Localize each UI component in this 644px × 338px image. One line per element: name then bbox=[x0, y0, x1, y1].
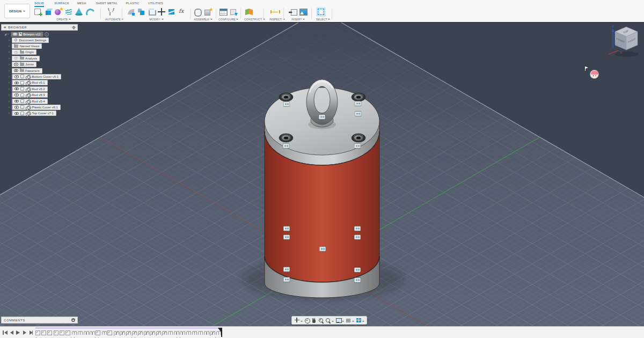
collaborator-avatar-icon[interactable] bbox=[590, 70, 598, 78]
browser-root-item[interactable]: Birleşim v12 bbox=[4, 31, 49, 37]
joint-indicator-badge[interactable] bbox=[283, 144, 289, 149]
timeline-feature-component[interactable] bbox=[54, 329, 58, 336]
visibility-eye-icon[interactable] bbox=[14, 75, 19, 78]
visibility-eye-icon[interactable] bbox=[14, 51, 18, 54]
socket-screw[interactable] bbox=[352, 93, 365, 101]
expander-icon[interactable] bbox=[9, 76, 10, 78]
joint-indicator-badge[interactable] bbox=[319, 247, 326, 252]
joint-indicator-badge[interactable] bbox=[283, 226, 290, 231]
expander-icon[interactable] bbox=[9, 106, 10, 108]
timeline-feature-component[interactable] bbox=[65, 329, 70, 336]
browser-item-named-views[interactable]: Named Views bbox=[9, 43, 42, 49]
visibility-eye-icon[interactable] bbox=[14, 87, 19, 91]
timeline-feature-asbuilt[interactable] bbox=[144, 329, 149, 336]
configuration-icon[interactable] bbox=[229, 7, 238, 17]
joint-indicator-badge[interactable] bbox=[354, 278, 361, 283]
view-cube[interactable]: TOP FRONT RIGHT Z X bbox=[608, 24, 643, 61]
timeline-feature-component[interactable] bbox=[47, 329, 52, 336]
fit-icon[interactable] bbox=[325, 317, 331, 324]
orbit-icon[interactable] bbox=[304, 317, 310, 324]
timeline-feature-asbuilt[interactable] bbox=[114, 329, 119, 336]
browser-item-document-settings[interactable]: Document Settings bbox=[9, 37, 49, 43]
browser-settings-gear-icon[interactable] bbox=[72, 26, 76, 30]
comments-expand-icon[interactable] bbox=[71, 318, 75, 322]
visibility-eye-icon[interactable] bbox=[14, 106, 19, 109]
joint-indicator-badge[interactable] bbox=[283, 235, 290, 240]
joint-indicator-badge[interactable] bbox=[283, 267, 290, 272]
tab-solid[interactable]: SOLID bbox=[34, 2, 44, 7]
workspace-switcher-button[interactable]: DESIGN bbox=[4, 4, 30, 18]
expander-icon[interactable] bbox=[7, 33, 10, 35]
timeline-feature-joint[interactable] bbox=[192, 329, 196, 336]
hand-icon[interactable] bbox=[311, 317, 317, 324]
sweep-icon[interactable] bbox=[84, 7, 94, 17]
timeline-feature-joint[interactable] bbox=[197, 329, 202, 336]
plane-icon[interactable] bbox=[244, 7, 254, 17]
expander-icon[interactable] bbox=[9, 45, 10, 47]
expander-icon[interactable] bbox=[9, 51, 10, 53]
viewports-icon[interactable] bbox=[355, 317, 362, 324]
split-icon[interactable] bbox=[167, 7, 177, 17]
joint-indicator-badge[interactable] bbox=[355, 101, 361, 106]
browser-item-rod-v5-3[interactable]: Rod v5:3 bbox=[9, 92, 48, 98]
browser-item-bottom-cover-v6-1[interactable]: Bottom Cover v6:1 bbox=[9, 74, 61, 79]
timeline-feature-component[interactable] bbox=[60, 329, 64, 336]
timeline-feature-joint[interactable] bbox=[167, 329, 172, 336]
viewport-3d[interactable]: TOP FRONT RIGHT Z X BROWSER Birleşim v12 bbox=[0, 23, 644, 326]
visibility-eye-icon[interactable] bbox=[14, 93, 19, 97]
timeline-feature-asbuilt[interactable] bbox=[162, 329, 166, 336]
step-back-button[interactable] bbox=[9, 329, 14, 336]
tab-plastic[interactable]: PLASTIC bbox=[126, 2, 140, 6]
timeline-feature-joint[interactable] bbox=[180, 329, 185, 336]
joint-indicator-badge[interactable] bbox=[319, 115, 325, 120]
create-sketch-icon[interactable] bbox=[33, 7, 43, 17]
socket-screw[interactable] bbox=[352, 134, 365, 142]
visibility-eye-icon[interactable] bbox=[14, 82, 19, 85]
canvas-icon[interactable] bbox=[298, 7, 308, 17]
move-icon[interactable] bbox=[157, 7, 166, 17]
shell-icon[interactable] bbox=[147, 7, 156, 17]
select-icon[interactable] bbox=[316, 7, 326, 17]
chevron-down-icon[interactable] bbox=[342, 321, 344, 323]
visibility-eye-icon[interactable] bbox=[14, 63, 18, 66]
zoom-icon[interactable] bbox=[318, 317, 324, 324]
group-dropdown-automate[interactable]: AUTOMATE bbox=[105, 18, 123, 21]
joint-indicator-badge[interactable] bbox=[354, 268, 361, 273]
timeline-feature-component[interactable] bbox=[107, 329, 112, 336]
collapse-panel-icon[interactable] bbox=[3, 26, 6, 28]
timeline-feature-joint[interactable] bbox=[186, 329, 191, 336]
group-dropdown-configure[interactable]: CONFIGURE bbox=[218, 18, 238, 21]
visibility-eye-icon[interactable] bbox=[14, 112, 19, 115]
new-component-icon[interactable] bbox=[203, 7, 213, 17]
group-dropdown-create[interactable]: CREATE bbox=[33, 18, 94, 21]
browser-item-origin[interactable]: Origin bbox=[9, 49, 36, 55]
display-icon[interactable] bbox=[335, 317, 341, 324]
extrude-icon[interactable] bbox=[43, 7, 53, 17]
step-forward-button[interactable] bbox=[21, 329, 27, 336]
expander-icon[interactable] bbox=[9, 57, 10, 60]
group-dropdown-inspect[interactable]: INSPECT bbox=[269, 18, 285, 21]
parameters-icon[interactable]: fx bbox=[177, 7, 187, 17]
tab-sheet-metal[interactable]: SHEET METAL bbox=[96, 2, 118, 6]
loft-icon[interactable] bbox=[64, 7, 74, 17]
form-icon[interactable] bbox=[54, 7, 63, 17]
expander-icon[interactable] bbox=[9, 70, 10, 72]
timeline-feature-component[interactable] bbox=[41, 329, 46, 336]
expander-icon[interactable] bbox=[9, 94, 10, 96]
joint-indicator-badge[interactable] bbox=[283, 277, 290, 282]
expander-icon[interactable] bbox=[9, 82, 10, 84]
activate-component-radio-icon[interactable] bbox=[45, 32, 49, 36]
browser-item-fasteners[interactable]: Fasteners bbox=[9, 68, 42, 74]
group-dropdown-select[interactable]: SELECT bbox=[316, 18, 330, 21]
browser-item-joints[interactable]: Joints bbox=[9, 62, 36, 68]
timeline-feature-asbuilt[interactable] bbox=[156, 329, 160, 336]
browser-item-top-cover-v7-1[interactable]: Top Cover v7:1 bbox=[9, 111, 56, 116]
timeline-feature-component[interactable] bbox=[35, 329, 40, 336]
chevron-down-icon[interactable] bbox=[352, 321, 354, 323]
comments-panel[interactable]: COMMENTS bbox=[1, 317, 78, 324]
expander-icon[interactable] bbox=[9, 39, 10, 41]
joint-indicator-badge[interactable] bbox=[355, 112, 361, 116]
group-dropdown-modify[interactable]: MODIFY bbox=[126, 18, 187, 21]
timeline-feature-joint[interactable] bbox=[77, 329, 82, 336]
visibility-eye-icon[interactable] bbox=[13, 33, 17, 36]
